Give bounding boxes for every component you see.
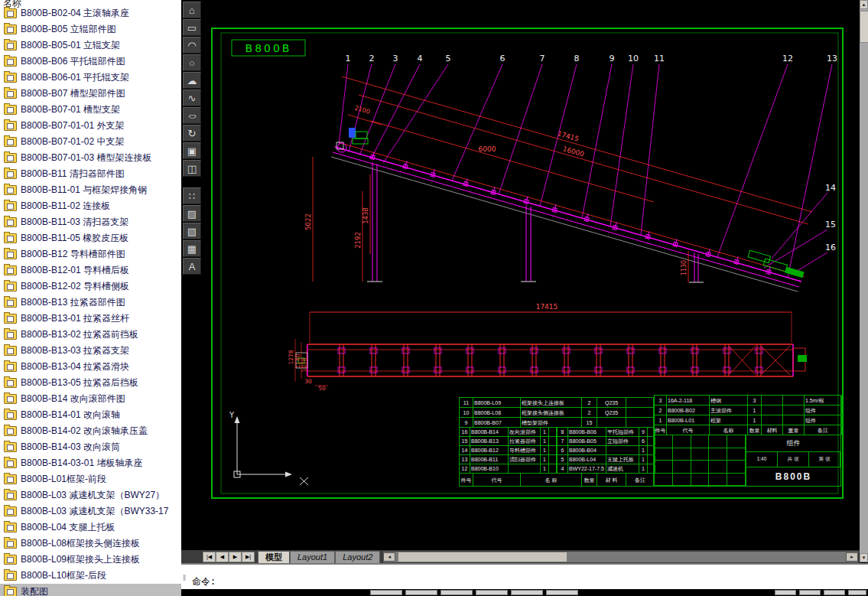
list-item[interactable]: B800B-B12-02 导料槽侧板 (0, 278, 181, 295)
list-item-selected[interactable]: 装配图 (0, 584, 181, 596)
bom-cell (626, 418, 655, 427)
list-item[interactable]: B800B-B05-01 立辊支架 (0, 37, 181, 54)
list-item[interactable]: B800B-B14-03 改向滚筒 (0, 439, 181, 455)
ellipse-tool-button[interactable]: ○ (183, 107, 201, 124)
rectangle-tool-button[interactable]: ▭ (183, 19, 201, 36)
bom-cell: B800B-L04 (568, 455, 606, 464)
list-item[interactable]: B800B-B07 槽型架部件图 (0, 86, 181, 102)
table-tool-button[interactable]: ▦ (183, 240, 201, 257)
rotate-tool-button[interactable]: ↻ (183, 125, 201, 142)
list-item[interactable]: B800B-B13 拉紧器部件图 (0, 295, 181, 311)
last-tab-button[interactable]: ▶| (242, 552, 255, 562)
bom-cell: 1 (541, 437, 549, 445)
gradient-tool-button[interactable]: ▧ (183, 223, 201, 239)
list-item[interactable]: B800B-B05 立辊部件图 (0, 21, 181, 37)
list-item[interactable]: B800B-B06-01 平托辊支架 (0, 70, 181, 86)
list-item[interactable]: B800B-B14-03-01 堵板轴承座 (0, 455, 181, 471)
status-toggle[interactable] (775, 590, 796, 595)
list-item[interactable]: B800B-B14 改向滚部件图 (0, 391, 181, 407)
bom-row: 11 B800B-L09 框架接头上连接板 2 Q235 (460, 398, 653, 408)
status-toggle[interactable] (824, 590, 845, 595)
scroll-left-icon[interactable] (383, 552, 395, 562)
tab-model[interactable]: 模型 (258, 551, 290, 563)
list-item[interactable]: B800B-B13-04 拉紧器滑块 (0, 359, 181, 375)
list-item[interactable]: B800B-L04 支腿上托板 (0, 519, 181, 536)
make-block-tool-button[interactable]: ◫ (183, 160, 201, 177)
point-style-tool-button[interactable]: ∷ (183, 187, 201, 204)
list-item[interactable]: B800B-B07-01-02 中支架 (0, 134, 181, 150)
home-tool-button[interactable]: ⌂ (183, 2, 201, 18)
status-toggle[interactable] (476, 590, 508, 595)
bom-header-cell: 名 称 (521, 474, 582, 486)
next-tab-button[interactable]: ▶ (229, 552, 242, 562)
bom-cell: 减速机 (606, 464, 639, 473)
dimension-label: 17415 (557, 129, 580, 143)
list-item[interactable]: B800B-B13-01 拉紧器丝杆 (0, 311, 181, 327)
spline-tool-button[interactable]: ∿ (183, 90, 201, 106)
bom-row: 5 B800B-L04 支腿上托板 1 (558, 455, 655, 464)
status-toggle[interactable] (370, 590, 402, 595)
list-item[interactable]: B800B-B11-02 连接板 (0, 198, 181, 214)
folder-icon (4, 201, 17, 211)
file-tree-panel: 名称 B800B-B02-04 主滚轴承座 B800B-B05 立辊部件图 (0, 0, 181, 596)
status-toggle[interactable] (511, 590, 543, 595)
bom-cell (509, 464, 541, 473)
list-item[interactable]: B800B-B02-04 主滚轴承座 (0, 5, 181, 21)
balloon-label: 1 (346, 54, 351, 64)
list-item[interactable]: B800B-L03 减速机支架（BWY27） (0, 487, 181, 503)
command-window[interactable]: 命令: (181, 563, 868, 591)
list-item[interactable]: B800B-B11 清扫器部件图 (0, 166, 181, 182)
list-item[interactable]: B800B-B11-03 清扫器支架 (0, 214, 181, 230)
splitter-grip-icon[interactable] (183, 574, 186, 582)
balloon-labels: 1 2 3 4 5 6 7 8 9 10 11 12 13 14 15 16 (346, 54, 838, 252)
insert-block-tool-button[interactable]: ▣ (183, 142, 201, 159)
list-item[interactable]: B800B-B12-01 导料槽后板 (0, 262, 181, 278)
horizontal-scrollbar-thumb[interactable] (398, 552, 567, 562)
scroll-right-icon[interactable] (846, 552, 858, 562)
status-toggle[interactable] (546, 590, 578, 595)
list-item[interactable]: B800B-B07-01-03 槽型架连接板 (0, 150, 181, 166)
first-tab-button[interactable]: |◀ (203, 552, 216, 562)
status-toggle[interactable] (848, 590, 866, 595)
scroll-up-icon[interactable] (860, 0, 868, 9)
list-item[interactable]: B800B-L01框架-前段 (0, 471, 181, 487)
tab-layout1[interactable]: Layout1 (290, 551, 335, 563)
drawing-canvas[interactable]: B800B (181, 0, 860, 550)
circle-tool-button[interactable]: ○ (183, 54, 201, 71)
list-item[interactable]: B800B-L03 减速机支架（BWY33-17 (0, 503, 181, 519)
status-toggle[interactable] (405, 590, 437, 595)
list-item[interactable]: B800B-B12 导料槽部件图 (0, 246, 181, 262)
list-item[interactable]: B800B-B11-05 橡胶皮压板 (0, 230, 181, 246)
folder-icon (4, 458, 17, 468)
scroll-down-icon[interactable] (860, 553, 868, 562)
plan-view (295, 312, 807, 386)
horizontal-scrollbar[interactable] (383, 552, 858, 562)
list-item[interactable]: B800B-L10框架-后段 (0, 568, 181, 584)
bom-cell: B800B-B13 (470, 437, 509, 445)
balloon-label: 13 (827, 54, 837, 64)
list-item[interactable]: B800B-L09框架接头上连接板 (0, 552, 181, 568)
vertical-scrollbar[interactable] (860, 0, 868, 562)
bom-cell: 1.5m/根 (805, 396, 842, 405)
vertical-scrollbar-thumb[interactable] (860, 11, 868, 43)
list-item[interactable]: B800B-B11-01 与框架焊接角钢 (0, 182, 181, 198)
tab-layout2[interactable]: Layout2 (335, 551, 380, 563)
list-item[interactable]: B800B-B07-01-01 外支架 (0, 118, 181, 134)
list-item[interactable]: B800B-B14-02 改向滚轴承压盖 (0, 423, 181, 439)
list-item[interactable]: B800B-B13-05 拉紧器后挡板 (0, 375, 181, 391)
list-item[interactable]: B800B-B06 平托辊部件图 (0, 54, 181, 70)
hatch-tool-button[interactable]: ▨ (183, 205, 201, 222)
folder-icon (4, 121, 17, 131)
status-toggle[interactable] (441, 590, 473, 595)
list-item[interactable]: B800B-L08框架接头侧连接板 (0, 536, 181, 552)
revcloud-tool-button[interactable]: ☁ (183, 72, 201, 89)
list-item[interactable]: B800B-B07-01 槽型支架 (0, 102, 181, 118)
mtext-tool-button[interactable]: A (183, 258, 201, 275)
list-item[interactable]: B800B-B14-01 改向滚轴 (0, 407, 181, 423)
list-item[interactable]: B800B-B13-03 拉紧器支架 (0, 343, 181, 359)
status-toggle[interactable] (799, 590, 821, 595)
bom-cell (762, 405, 783, 415)
arc-tool-button[interactable]: ◠ (183, 37, 201, 54)
previous-tab-button[interactable]: ◀ (216, 552, 229, 562)
list-item[interactable]: B800B-B13-02 拉紧器前挡板 (0, 327, 181, 343)
